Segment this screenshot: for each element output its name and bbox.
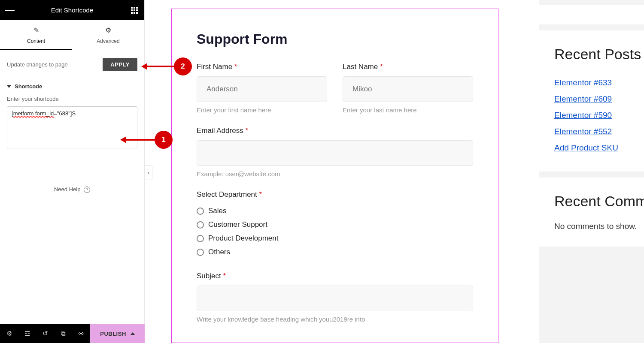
gear-icon: ⚙ (72, 26, 144, 34)
annotation-1-arrow (126, 139, 155, 141)
right-sidebar: Recent Posts Elementor #633 Elementor #6… (539, 0, 644, 343)
department-label: Select Department (197, 190, 257, 199)
radio-icon (197, 249, 204, 256)
caret-down-icon (7, 85, 11, 88)
tab-content-label: Content (27, 38, 45, 44)
subject-input[interactable] (197, 286, 473, 311)
arrow-left-icon (120, 136, 126, 143)
editor-panel: Edit Shortcode ✎ Content ⚙ Advanced Upda… (0, 0, 145, 343)
recent-post-link[interactable]: Add Product SKU (554, 140, 644, 156)
panel-footer: ⚙ ☲ ↺ ⧉ 👁 PUBLISH (0, 324, 145, 343)
widget-recent-comments: Recent Comments No comments to show. (539, 178, 644, 247)
field-first-name: First Name * Enter your first name here (197, 63, 327, 114)
no-comments-text: No comments to show. (554, 222, 644, 231)
form-title: Support Form (197, 31, 473, 47)
email-hint: Example: user@website.com (197, 170, 473, 178)
tab-content[interactable]: ✎ Content (0, 20, 72, 50)
department-radio-group: Sales Customer Support Product Developme… (197, 204, 473, 259)
help-icon: ? (84, 187, 90, 193)
annotation-bubble: 1 (155, 131, 173, 149)
first-name-hint: Enter your first name here (197, 106, 327, 114)
shortcode-section: Shortcode Enter your shortcode [metform … (0, 79, 144, 156)
apply-message: Update changes to page (7, 61, 68, 68)
preview-area: Support Form First Name * Enter your fir… (145, 0, 644, 343)
hamburger-icon[interactable] (5, 6, 15, 15)
recent-post-link[interactable]: Elementor #552 (554, 123, 644, 140)
radio-icon (197, 208, 204, 215)
email-input[interactable] (197, 140, 473, 166)
required-mark: * (234, 63, 237, 71)
publish-label: PUBLISH (100, 331, 126, 337)
chevron-up-icon (131, 332, 135, 335)
panel-title: Edit Shortcode (51, 6, 93, 14)
settings-icon[interactable]: ⚙ (0, 324, 18, 343)
arrow-left-icon (141, 63, 147, 70)
last-name-label: Last Name (343, 63, 378, 71)
section-title: Shortcode (15, 83, 42, 90)
subject-label: Subject (197, 272, 221, 280)
required-mark: * (223, 272, 226, 280)
panel-tabs: ✎ Content ⚙ Advanced (0, 20, 144, 50)
widget-canvas[interactable]: Support Form First Name * Enter your fir… (171, 9, 498, 343)
responsive-icon[interactable]: ⧉ (54, 324, 72, 343)
subject-hint: Write your knowledge base heading which … (197, 316, 473, 323)
panel-header: Edit Shortcode (0, 0, 144, 20)
annotation-2-arrow (147, 66, 174, 67)
recent-comments-title: Recent Comments (554, 193, 644, 210)
need-help-link[interactable]: Need Help ? (0, 156, 144, 223)
apply-button[interactable]: APPLY (103, 58, 137, 71)
radio-icon (197, 235, 204, 242)
field-department: Select Department * Sales Customer Suppo… (197, 190, 473, 259)
widget-recent-posts: Recent Posts Elementor #633 Elementor #6… (539, 30, 644, 172)
preview-icon[interactable]: 👁 (72, 324, 90, 343)
widgets-grid-icon[interactable] (130, 6, 139, 15)
collapse-panel-button[interactable]: ‹ (145, 165, 152, 180)
radio-option[interactable]: Others (197, 245, 473, 259)
last-name-input[interactable] (343, 76, 473, 102)
required-mark: * (245, 126, 248, 135)
first-name-input[interactable] (197, 76, 327, 102)
shortcode-textarea[interactable]: [metform form_id="688"]S (7, 106, 137, 148)
apply-row: Update changes to page APPLY (0, 50, 144, 79)
last-name-hint: Enter your last name here (343, 106, 473, 114)
pencil-icon: ✎ (0, 26, 72, 34)
required-mark: * (259, 190, 262, 199)
field-email: Email Address * Example: user@website.co… (197, 126, 473, 178)
radio-option[interactable]: Product Development (197, 232, 473, 245)
recent-post-link[interactable]: Elementor #633 (554, 75, 644, 91)
radio-label: Customer Support (208, 220, 267, 229)
radio-icon (197, 221, 204, 229)
recent-posts-title: Recent Posts (554, 46, 644, 63)
recent-post-link[interactable]: Elementor #590 (554, 107, 644, 123)
field-last-name: Last Name * Enter your last name here (343, 63, 473, 114)
annotation-bubble: 2 (174, 57, 192, 75)
tab-advanced[interactable]: ⚙ Advanced (72, 20, 144, 50)
first-name-label: First Name (197, 63, 232, 71)
radio-option[interactable]: Customer Support (197, 218, 473, 232)
history-icon[interactable]: ↺ (36, 324, 54, 343)
shortcode-label: Enter your shortcode (7, 96, 137, 102)
radio-option[interactable]: Sales (197, 204, 473, 218)
radio-label: Product Development (208, 234, 278, 243)
tab-advanced-label: Advanced (97, 38, 119, 44)
email-label: Email Address (197, 126, 243, 135)
section-toggle-shortcode[interactable]: Shortcode (7, 79, 137, 96)
radio-label: Others (208, 248, 230, 256)
recent-post-link[interactable]: Elementor #609 (554, 91, 644, 107)
publish-button[interactable]: PUBLISH (90, 324, 145, 343)
field-subject: Subject * Write your knowledge base head… (197, 272, 473, 323)
navigator-icon[interactable]: ☲ (18, 324, 36, 343)
annotation-1: 1 (155, 131, 173, 149)
annotation-2: 2 (174, 57, 192, 75)
radio-label: Sales (208, 207, 227, 215)
need-help-label: Need Help (54, 186, 80, 193)
required-mark: * (380, 63, 383, 71)
